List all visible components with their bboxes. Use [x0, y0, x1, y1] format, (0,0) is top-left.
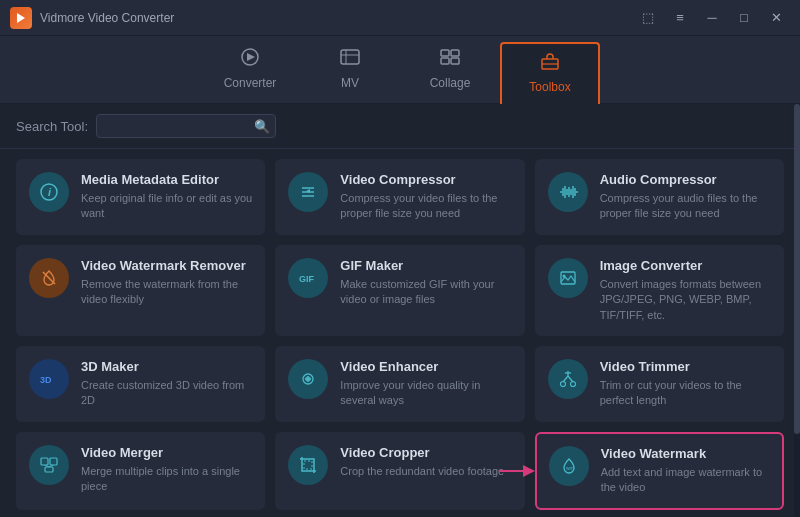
tool-video-compressor[interactable]: Video Compressor Compress your video fil… [275, 159, 524, 235]
tools-grid: i Media Metadata Editor Keep original fi… [0, 149, 800, 517]
title-bar-controls: ⬚ ≡ ─ □ ✕ [634, 7, 790, 29]
3d-maker-desc: Create customized 3D video from 2D [81, 378, 252, 409]
media-metadata-editor-title: Media Metadata Editor [81, 172, 252, 187]
tab-collage-label: Collage [430, 76, 471, 90]
video-cropper-desc: Crop the redundant video footage [340, 464, 511, 479]
tool-video-trimmer[interactable]: Video Trimmer Trim or cut your videos to… [535, 346, 784, 422]
feedback-button[interactable]: ⬚ [634, 7, 662, 29]
svg-rect-40 [41, 458, 48, 465]
tab-toolbox-label: Toolbox [529, 80, 570, 94]
title-bar: Vidmore Video Converter ⬚ ≡ ─ □ ✕ [0, 0, 800, 36]
tool-media-metadata-editor[interactable]: i Media Metadata Editor Keep original fi… [16, 159, 265, 235]
3d-maker-icon: 3D [29, 359, 69, 399]
toolbox-icon [538, 51, 562, 76]
image-converter-info: Image Converter Convert images formats b… [600, 258, 771, 323]
video-merger-icon [29, 445, 69, 485]
video-enhancer-title: Video Enhancer [340, 359, 511, 374]
app-title: Vidmore Video Converter [40, 11, 174, 25]
video-merger-title: Video Merger [81, 445, 252, 460]
video-watermark-desc: Add text and image watermark to the vide… [601, 465, 770, 496]
tool-video-watermark-remover[interactable]: Video Watermark Remover Remove the water… [16, 245, 265, 336]
scrollbar-track[interactable] [794, 104, 800, 517]
video-watermark-icon: wm [549, 446, 589, 486]
svg-line-37 [568, 376, 573, 382]
video-watermark-title: Video Watermark [601, 446, 770, 461]
tab-collage[interactable]: Collage [400, 41, 500, 103]
gif-maker-info: GIF Maker Make customized GIF with your … [340, 258, 511, 308]
video-cropper-info: Video Cropper Crop the redundant video f… [340, 445, 511, 479]
svg-point-34 [560, 381, 565, 386]
converter-icon [238, 47, 262, 72]
video-trimmer-info: Video Trimmer Trim or cut your videos to… [600, 359, 771, 409]
video-trimmer-icon [548, 359, 588, 399]
image-converter-icon [548, 258, 588, 298]
svg-point-35 [570, 381, 575, 386]
maximize-button[interactable]: □ [730, 7, 758, 29]
svg-text:GIF: GIF [299, 274, 315, 284]
video-merger-info: Video Merger Merge multiple clips into a… [81, 445, 252, 495]
video-watermark-remover-title: Video Watermark Remover [81, 258, 252, 273]
media-metadata-editor-desc: Keep original file info or edit as you w… [81, 191, 252, 222]
svg-rect-8 [441, 58, 449, 64]
search-bar: Search Tool: 🔍 [0, 104, 800, 149]
audio-compressor-icon [548, 172, 588, 212]
video-trimmer-title: Video Trimmer [600, 359, 771, 374]
tool-video-cropper[interactable]: Video Cropper Crop the redundant video f… [275, 432, 524, 510]
svg-text:3D: 3D [40, 375, 52, 385]
collage-icon [438, 47, 462, 72]
svg-marker-0 [17, 13, 25, 23]
search-icon[interactable]: 🔍 [254, 119, 270, 134]
video-enhancer-icon [288, 359, 328, 399]
tab-mv[interactable]: MV [300, 41, 400, 103]
svg-text:wm: wm [566, 465, 574, 471]
gif-maker-title: GIF Maker [340, 258, 511, 273]
video-watermark-remover-info: Video Watermark Remover Remove the water… [81, 258, 252, 308]
video-trimmer-desc: Trim or cut your videos to the perfect l… [600, 378, 771, 409]
image-converter-title: Image Converter [600, 258, 771, 273]
video-enhancer-desc: Improve your video quality in several wa… [340, 378, 511, 409]
video-enhancer-info: Video Enhancer Improve your video qualit… [340, 359, 511, 409]
nav-tabs: Converter MV Collage [0, 36, 800, 104]
svg-rect-9 [451, 58, 459, 64]
audio-compressor-info: Audio Compressor Compress your audio fil… [600, 172, 771, 222]
media-metadata-editor-icon: i [29, 172, 69, 212]
svg-line-36 [563, 376, 568, 382]
tab-toolbox[interactable]: Toolbox [500, 42, 600, 104]
video-watermark-info: Video Watermark Add text and image water… [601, 446, 770, 496]
close-button[interactable]: ✕ [762, 7, 790, 29]
menu-button[interactable]: ≡ [666, 7, 694, 29]
svg-rect-45 [304, 461, 312, 469]
title-bar-left: Vidmore Video Converter [10, 7, 174, 29]
video-watermark-remover-icon [29, 258, 69, 298]
video-compressor-icon [288, 172, 328, 212]
image-converter-desc: Convert images formats between JPG/JPEG,… [600, 277, 771, 323]
scrollbar-thumb[interactable] [794, 104, 800, 434]
svg-rect-7 [451, 50, 459, 56]
tool-video-enhancer[interactable]: Video Enhancer Improve your video qualit… [275, 346, 524, 422]
audio-compressor-title: Audio Compressor [600, 172, 771, 187]
gif-maker-desc: Make customized GIF with your video or i… [340, 277, 511, 308]
gif-maker-icon: GIF [288, 258, 328, 298]
tool-video-merger[interactable]: Video Merger Merge multiple clips into a… [16, 432, 265, 510]
tool-audio-compressor[interactable]: Audio Compressor Compress your audio fil… [535, 159, 784, 235]
tool-gif-maker[interactable]: GIF GIF Maker Make customized GIF with y… [275, 245, 524, 336]
tool-image-converter[interactable]: Image Converter Convert images formats b… [535, 245, 784, 336]
arrow-indicator [499, 463, 535, 479]
svg-point-33 [306, 377, 310, 381]
video-merger-desc: Merge multiple clips into a single piece [81, 464, 252, 495]
svg-rect-42 [45, 467, 53, 472]
tab-converter[interactable]: Converter [200, 41, 300, 103]
minimize-button[interactable]: ─ [698, 7, 726, 29]
video-compressor-desc: Compress your video files to the proper … [340, 191, 511, 222]
search-label: Search Tool: [16, 119, 88, 134]
svg-rect-6 [441, 50, 449, 56]
search-input[interactable] [96, 114, 276, 138]
tool-video-watermark[interactable]: wm Video Watermark Add text and image wa… [535, 432, 784, 510]
video-cropper-title: Video Cropper [340, 445, 511, 460]
tab-mv-label: MV [341, 76, 359, 90]
video-watermark-remover-desc: Remove the watermark from the video flex… [81, 277, 252, 308]
video-compressor-info: Video Compressor Compress your video fil… [340, 172, 511, 222]
tool-3d-maker[interactable]: 3D 3D Maker Create customized 3D video f… [16, 346, 265, 422]
video-cropper-icon [288, 445, 328, 485]
3d-maker-title: 3D Maker [81, 359, 252, 374]
